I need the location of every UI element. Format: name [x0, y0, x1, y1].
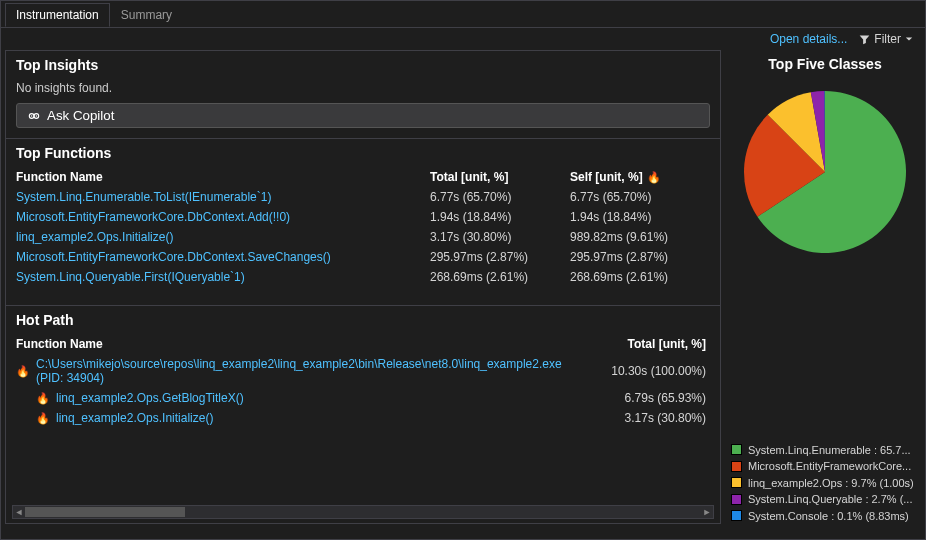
legend-label: System.Linq.Queryable : 2.7% (... — [748, 491, 912, 508]
flame-icon: 🔥 — [16, 365, 30, 378]
function-link[interactable]: System.Linq.Enumerable.ToList(IEnumerabl… — [16, 190, 430, 204]
total-cell: 10.30s (100.00%) — [590, 364, 710, 378]
col-function-name: Function Name — [16, 170, 430, 184]
col-function-name: Function Name — [16, 337, 590, 351]
table-row[interactable]: 🔥C:\Users\mikejo\source\repos\linq_examp… — [16, 354, 710, 388]
open-details-link[interactable]: Open details... — [770, 32, 847, 46]
col-self: Self [unit, %] 🔥 — [570, 170, 710, 184]
self-cell: 6.77s (65.70%) — [570, 190, 710, 204]
legend-label: linq_example2.Ops : 9.7% (1.00s) — [748, 475, 914, 492]
flame-icon: 🔥 — [36, 412, 50, 425]
top-functions-title: Top Functions — [6, 139, 720, 167]
total-cell: 3.17s (30.80%) — [590, 411, 710, 425]
col-total: Total [unit, %] — [430, 170, 570, 184]
total-cell: 6.79s (65.93%) — [590, 391, 710, 405]
legend-item: Microsoft.EntityFrameworkCore... — [731, 458, 919, 475]
horizontal-scrollbar[interactable]: ◄ ► — [12, 505, 714, 519]
table-row[interactable]: System.Linq.Enumerable.ToList(IEnumerabl… — [16, 187, 710, 207]
self-cell: 268.69ms (2.61%) — [570, 270, 710, 284]
ask-copilot-button[interactable]: Ask Copilot — [16, 103, 710, 128]
table-row[interactable]: Microsoft.EntityFrameworkCore.DbContext.… — [16, 207, 710, 227]
table-row[interactable]: 🔥linq_example2.Ops.GetBlogTitleX()6.79s … — [16, 388, 710, 408]
function-link[interactable]: Microsoft.EntityFrameworkCore.DbContext.… — [16, 210, 430, 224]
chart-legend: System.Linq.Enumerable : 65.7...Microsof… — [731, 442, 919, 525]
legend-item: System.Linq.Queryable : 2.7% (... — [731, 491, 919, 508]
main-panel: Top Insights No insights found. Ask Copi… — [5, 50, 721, 524]
top-five-classes-title: Top Five Classes — [731, 50, 919, 78]
filter-dropdown[interactable]: Filter — [859, 32, 913, 46]
function-link[interactable]: System.Linq.Queryable.First(IQueryable`1… — [16, 270, 430, 284]
top-insights-title: Top Insights — [6, 51, 720, 79]
function-link[interactable]: linq_example2.Ops.GetBlogTitleX() — [56, 391, 244, 405]
copilot-icon — [27, 109, 41, 123]
scroll-right-button[interactable]: ► — [701, 506, 713, 518]
toolbar: Open details... Filter — [1, 28, 925, 50]
self-cell: 989.82ms (9.61%) — [570, 230, 710, 244]
svg-point-2 — [31, 115, 32, 116]
legend-swatch — [731, 461, 742, 472]
total-cell: 6.77s (65.70%) — [430, 190, 570, 204]
legend-label: System.Console : 0.1% (8.83ms) — [748, 508, 909, 525]
no-insights-text: No insights found. — [6, 79, 720, 103]
legend-item: linq_example2.Ops : 9.7% (1.00s) — [731, 475, 919, 492]
funnel-icon — [859, 34, 870, 45]
self-cell: 295.97ms (2.87%) — [570, 250, 710, 264]
total-cell: 3.17s (30.80%) — [430, 230, 570, 244]
svg-point-3 — [36, 115, 37, 116]
legend-swatch — [731, 494, 742, 505]
self-cell: 1.94s (18.84%) — [570, 210, 710, 224]
tab-bar: Instrumentation Summary — [1, 1, 925, 28]
table-row[interactable]: 🔥linq_example2.Ops.Initialize()3.17s (30… — [16, 408, 710, 428]
legend-item: System.Linq.Enumerable : 65.7... — [731, 442, 919, 459]
legend-label: Microsoft.EntityFrameworkCore... — [748, 458, 911, 475]
total-cell: 268.69ms (2.61%) — [430, 270, 570, 284]
flame-icon: 🔥 — [36, 392, 50, 405]
flame-icon: 🔥 — [647, 171, 661, 184]
hot-path-title: Hot Path — [6, 306, 720, 334]
table-row[interactable]: linq_example2.Ops.Initialize()3.17s (30.… — [16, 227, 710, 247]
total-cell: 295.97ms (2.87%) — [430, 250, 570, 264]
legend-swatch — [731, 444, 742, 455]
table-row[interactable]: Microsoft.EntityFrameworkCore.DbContext.… — [16, 247, 710, 267]
function-link[interactable]: linq_example2.Ops.Initialize() — [16, 230, 430, 244]
tab-instrumentation[interactable]: Instrumentation — [5, 3, 110, 27]
function-link[interactable]: linq_example2.Ops.Initialize() — [56, 411, 213, 425]
function-link[interactable]: C:\Users\mikejo\source\repos\linq_exampl… — [36, 357, 590, 385]
filter-label: Filter — [874, 32, 901, 46]
hotpath-name-cell: 🔥linq_example2.Ops.GetBlogTitleX() — [16, 391, 590, 405]
top-functions-table: Function Name Total [unit, %] Self [unit… — [6, 167, 720, 287]
hot-path-table: Function Name Total [unit, %] 🔥C:\Users\… — [6, 334, 720, 428]
col-total: Total [unit, %] — [590, 337, 710, 351]
table-row[interactable]: System.Linq.Queryable.First(IQueryable`1… — [16, 267, 710, 287]
hotpath-name-cell: 🔥linq_example2.Ops.Initialize() — [16, 411, 590, 425]
ask-copilot-label: Ask Copilot — [47, 108, 114, 123]
legend-swatch — [731, 510, 742, 521]
hotpath-name-cell: 🔥C:\Users\mikejo\source\repos\linq_examp… — [16, 357, 590, 385]
scrollbar-thumb[interactable] — [25, 507, 185, 517]
tab-summary[interactable]: Summary — [110, 3, 183, 27]
table-header: Function Name Total [unit, %] — [16, 334, 710, 354]
function-link[interactable]: Microsoft.EntityFrameworkCore.DbContext.… — [16, 250, 430, 264]
side-panel: Top Five Classes System.Linq.Enumerable … — [725, 50, 925, 524]
pie-chart — [735, 82, 915, 262]
legend-label: System.Linq.Enumerable : 65.7... — [748, 442, 911, 459]
chevron-down-icon — [905, 35, 913, 43]
legend-swatch — [731, 477, 742, 488]
total-cell: 1.94s (18.84%) — [430, 210, 570, 224]
scroll-left-button[interactable]: ◄ — [13, 506, 25, 518]
table-header: Function Name Total [unit, %] Self [unit… — [16, 167, 710, 187]
legend-item: System.Console : 0.1% (8.83ms) — [731, 508, 919, 525]
